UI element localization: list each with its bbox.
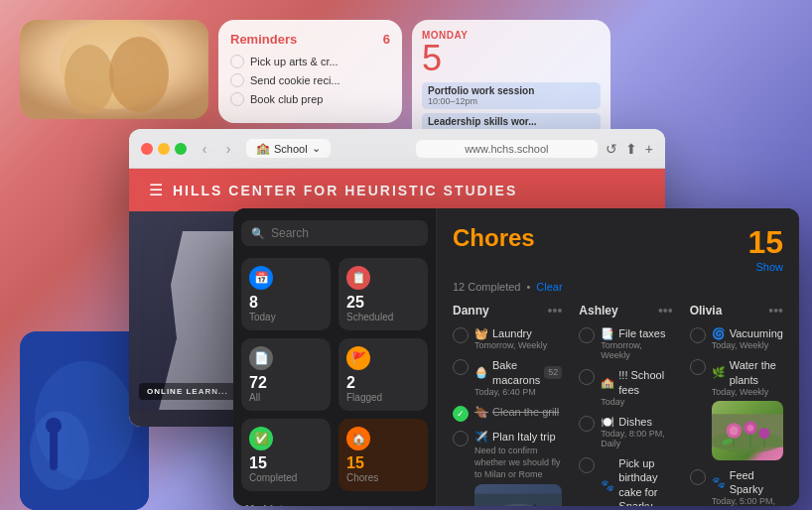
- task-title-sparky: 🐾 Feed Sparky: [712, 468, 783, 497]
- smart-list-today[interactable]: 📅 8 Today: [241, 258, 331, 330]
- chores-smart-count: 15: [346, 454, 420, 472]
- task-check-vacuuming[interactable]: [690, 327, 706, 343]
- svg-point-2: [65, 45, 114, 114]
- chores-count: 15: [747, 224, 783, 261]
- share-button[interactable]: ⬆: [625, 141, 637, 157]
- reload-button[interactable]: ↺: [606, 141, 617, 157]
- column-header-danny: Danny •••: [453, 303, 562, 319]
- today-icon: 📅: [249, 266, 273, 290]
- column-menu-olivia[interactable]: •••: [768, 303, 783, 319]
- fullscreen-button[interactable]: [175, 143, 187, 155]
- italy-emoji: ✈️: [474, 430, 488, 444]
- chores-title: Chores: [453, 224, 535, 252]
- task-content-cake: 🐾 Pick up birthday cake for Sparky: [601, 456, 672, 506]
- browser-tab[interactable]: 🏫 School ⌄: [246, 139, 331, 158]
- smart-list-all[interactable]: 📄 72 All: [241, 338, 331, 411]
- task-dishes: 🍽️ Dishes Today, 8:00 PM, Daily: [579, 415, 672, 448]
- task-title-fees: 🏫 !!! School fees: [601, 368, 672, 397]
- scheduled-icon: 📋: [346, 266, 370, 290]
- dog-svg-art: [20, 20, 208, 119]
- new-tab-button[interactable]: +: [645, 141, 653, 157]
- today-count: 8: [249, 294, 323, 312]
- column-menu-danny[interactable]: •••: [548, 303, 563, 319]
- chores-icon: 🏠: [346, 427, 370, 450]
- column-header-olivia: Olivia •••: [690, 303, 783, 319]
- task-check-dishes[interactable]: [579, 416, 595, 432]
- task-title-italy: ✈️ Plan Italy trip: [474, 430, 562, 444]
- task-feed-sparky: 🐾 Feed Sparky Today, 5:00 PM, Daily: [690, 468, 783, 506]
- address-bar[interactable]: www.hchs.school: [416, 140, 598, 158]
- task-check-bake[interactable]: [453, 359, 469, 375]
- fees-emoji: 🏫: [601, 375, 614, 389]
- all-label: All: [249, 392, 323, 403]
- hamburger-icon[interactable]: ☰: [149, 181, 163, 199]
- reminders-sidebar: 🔍 📅 8 Today 📋 25 Scheduled 📄 72 All: [233, 208, 437, 506]
- task-check-cake[interactable]: [579, 457, 595, 473]
- reminder-circle-2: [230, 92, 244, 106]
- task-clean-grill: 🍖 Clean the grill: [453, 405, 562, 422]
- my-lists-header: My Lists: [241, 503, 428, 506]
- vacuuming-emoji: 🌀: [712, 326, 726, 340]
- clear-button[interactable]: Clear: [536, 281, 562, 293]
- column-name-ashley: Ashley: [579, 304, 617, 318]
- completed-meta: 12 Completed: [453, 281, 521, 293]
- task-bake-macarons: 🧁 Bake macarons 52 Today, 6:40 PM: [453, 358, 562, 397]
- task-check-laundry[interactable]: [453, 327, 469, 343]
- completed-label: Completed: [249, 472, 323, 483]
- browser-nav: ‹ ›: [195, 141, 238, 157]
- task-note-italy: Need to confirm whether we should fly to…: [474, 446, 562, 480]
- grill-emoji: 🍖: [474, 405, 488, 419]
- smart-list-chores[interactable]: 🏠 15 Chores: [338, 419, 428, 491]
- task-sub-taxes: Tomorrow, Weekly: [601, 340, 672, 360]
- svg-point-26: [758, 428, 769, 439]
- back-button[interactable]: ‹: [195, 141, 214, 157]
- task-check-taxes[interactable]: [579, 327, 595, 343]
- task-check-italy[interactable]: [453, 431, 469, 446]
- task-content-plants: 🌿 Water the plants Today, Weekly: [712, 358, 783, 460]
- task-check-plants[interactable]: [690, 359, 706, 375]
- flagged-label: Flagged: [346, 392, 420, 403]
- column-name-danny: Danny: [453, 304, 489, 318]
- plants-emoji: 🌿: [712, 365, 726, 379]
- task-check-fees[interactable]: [579, 369, 595, 385]
- smart-list-flagged[interactable]: 🚩 2 Flagged: [338, 338, 428, 411]
- smart-list-completed[interactable]: ✅ 15 Completed: [241, 419, 331, 491]
- flagged-count: 2: [346, 374, 420, 392]
- task-sub-dishes: Today, 8:00 PM, Daily: [601, 429, 672, 448]
- reminder-item-0: Pick up arts & cr...: [230, 55, 390, 68]
- smart-list-scheduled[interactable]: 📋 25 Scheduled: [338, 258, 428, 330]
- task-check-sparky[interactable]: [690, 469, 706, 485]
- task-sub-bake: Today, 6:40 PM: [474, 387, 562, 397]
- laundry-emoji: 🧺: [474, 326, 488, 340]
- minimize-button[interactable]: [158, 143, 170, 155]
- svg-point-25: [746, 425, 753, 432]
- show-button[interactable]: Show: [755, 261, 783, 273]
- search-bar[interactable]: 🔍: [241, 220, 428, 246]
- reminders-widget-title: Reminders: [230, 32, 297, 47]
- tab-chevron: ⌄: [312, 142, 321, 155]
- column-menu-ashley[interactable]: •••: [658, 303, 673, 319]
- tab-bar: 🏫 School ⌄: [246, 139, 408, 158]
- taxes-emoji: 📑: [601, 326, 614, 340]
- svg-point-8: [46, 418, 62, 434]
- completed-count: 15: [249, 454, 323, 472]
- svg-rect-7: [50, 431, 58, 470]
- task-content-dishes: 🍽️ Dishes Today, 8:00 PM, Daily: [601, 415, 672, 448]
- forward-button[interactable]: ›: [218, 141, 238, 157]
- url-text: www.hchs.school: [465, 143, 548, 155]
- flagged-icon: 🚩: [346, 346, 370, 370]
- task-vacuuming: 🌀 Vacuuming Today, Weekly: [690, 326, 783, 350]
- search-input[interactable]: [271, 226, 420, 240]
- task-check-grill[interactable]: [453, 406, 469, 422]
- column-name-olivia: Olivia: [690, 304, 723, 318]
- scheduled-label: Scheduled: [346, 312, 420, 322]
- bake-count-badge: 52: [544, 366, 562, 380]
- task-sub-fees: Today: [601, 397, 672, 407]
- school-header: ☰ HILLS CENTER FOR HEURISTIC STUDIES: [129, 169, 665, 211]
- task-title-taxes: 📑 File taxes: [601, 326, 672, 340]
- reminder-label-2: Book club prep: [250, 93, 323, 105]
- tab-name: School: [274, 143, 308, 155]
- sparky-emoji: 🐾: [712, 475, 726, 489]
- close-button[interactable]: [141, 143, 153, 155]
- browser-toolbar: ‹ › 🏫 School ⌄ www.hchs.school ↺ ⬆ +: [129, 129, 665, 169]
